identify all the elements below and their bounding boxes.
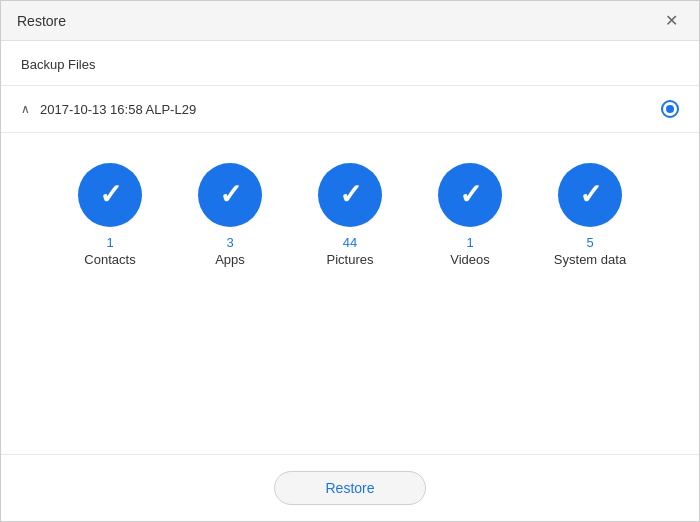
window-title: Restore bbox=[17, 13, 66, 29]
check-circle[interactable]: ✓ bbox=[78, 163, 142, 227]
item-count: 5 bbox=[586, 235, 593, 250]
checkmark-icon: ✓ bbox=[459, 181, 482, 209]
item-label: Apps bbox=[215, 252, 245, 267]
restore-button[interactable]: Restore bbox=[274, 471, 425, 505]
checkmark-icon: ✓ bbox=[339, 181, 362, 209]
item-label: Videos bbox=[450, 252, 490, 267]
item-cell: ✓1Videos bbox=[425, 163, 515, 267]
item-label: Pictures bbox=[327, 252, 374, 267]
radio-inner bbox=[666, 105, 674, 113]
item-count: 44 bbox=[343, 235, 357, 250]
item-cell: ✓3Apps bbox=[185, 163, 275, 267]
checkmark-icon: ✓ bbox=[219, 181, 242, 209]
checkmark-icon: ✓ bbox=[99, 181, 122, 209]
backup-label: 2017-10-13 16:58 ALP-L29 bbox=[40, 102, 661, 117]
chevron-up-icon: ∧ bbox=[21, 102, 30, 116]
item-label: System data bbox=[554, 252, 626, 267]
title-bar: Restore ✕ bbox=[1, 1, 699, 41]
item-count: 3 bbox=[226, 235, 233, 250]
item-cell: ✓5System data bbox=[545, 163, 635, 267]
radio-button[interactable] bbox=[661, 100, 679, 118]
check-circle[interactable]: ✓ bbox=[198, 163, 262, 227]
item-cell: ✓44Pictures bbox=[305, 163, 395, 267]
item-count: 1 bbox=[106, 235, 113, 250]
section-header-text: Backup Files bbox=[21, 57, 95, 72]
close-button[interactable]: ✕ bbox=[659, 9, 683, 33]
items-row: ✓1Contacts✓3Apps✓44Pictures✓1Videos✓5Sys… bbox=[65, 163, 635, 267]
item-label: Contacts bbox=[84, 252, 135, 267]
section-header: Backup Files bbox=[1, 41, 699, 86]
footer: Restore bbox=[1, 454, 699, 521]
checkmark-icon: ✓ bbox=[579, 181, 602, 209]
check-circle[interactable]: ✓ bbox=[318, 163, 382, 227]
item-cell: ✓1Contacts bbox=[65, 163, 155, 267]
check-circle[interactable]: ✓ bbox=[558, 163, 622, 227]
backup-row[interactable]: ∧ 2017-10-13 16:58 ALP-L29 bbox=[1, 86, 699, 133]
restore-window: Restore ✕ Backup Files ∧ 2017-10-13 16:5… bbox=[0, 0, 700, 522]
check-circle[interactable]: ✓ bbox=[438, 163, 502, 227]
items-area: ✓1Contacts✓3Apps✓44Pictures✓1Videos✓5Sys… bbox=[1, 133, 699, 454]
item-count: 1 bbox=[466, 235, 473, 250]
